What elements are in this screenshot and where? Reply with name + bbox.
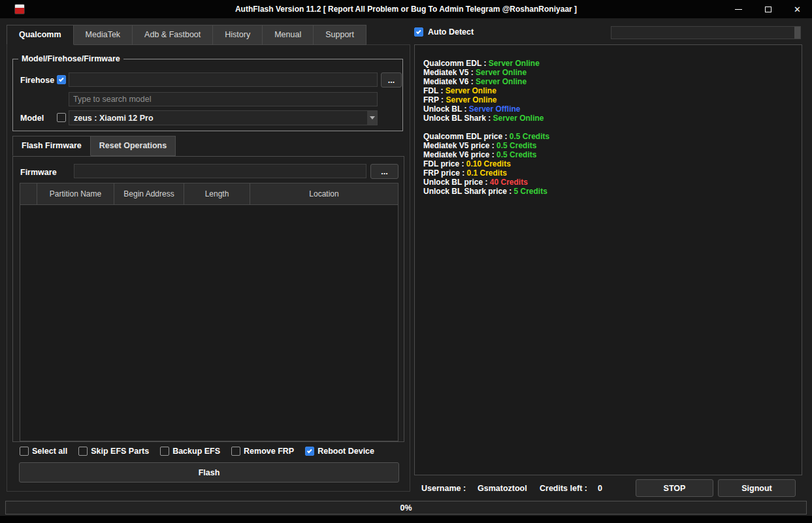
minimize-icon [735, 9, 742, 10]
column-header-length: Length [184, 183, 250, 204]
combo-arrow-area [367, 111, 377, 125]
log-line-unlock-bl: Unlock BL : Server Offline [423, 104, 793, 114]
log-line-unlock-bl-shark-price: Unlock BL Shark price : 5 Credits [423, 187, 793, 196]
auto-detect-checkbox[interactable] [414, 27, 423, 37]
bottom-strip [0, 516, 812, 523]
log-line-frp-price: FRP price : 0.1 Credits [423, 168, 793, 178]
partition-table-body [20, 205, 398, 441]
subtab-flash-firmware[interactable]: Flash Firmware [12, 136, 91, 156]
tab-menual[interactable]: Menual [263, 25, 314, 45]
option-checkbox[interactable] [78, 447, 88, 456]
log-label: FDL price : [423, 159, 466, 168]
log-value: 0.5 Credits [496, 141, 536, 150]
option-skip-efs-parts[interactable]: Skip EFS Parts [78, 447, 149, 456]
firehose-path-input[interactable] [69, 72, 378, 87]
log-value: Server Offline [469, 104, 521, 114]
qualcomm-panel: Model/Firehose/Firmware Firehose ... Mod… [7, 44, 410, 492]
log-label: FRP : [423, 95, 446, 104]
credits-value: 0 [598, 484, 602, 493]
log-value: Server Online [446, 86, 496, 95]
close-button[interactable]: ✕ [783, 0, 812, 18]
option-label: Reboot Device [317, 447, 374, 456]
option-backup-efs[interactable]: Backup EFS [160, 447, 220, 456]
subtab-reset-operations[interactable]: Reset Operations [91, 136, 176, 156]
log-spacer [423, 123, 793, 132]
log-value: 0.5 Credits [510, 132, 549, 141]
column-header-begin-address: Begin Address [114, 183, 184, 204]
log-label: Unlock BL Shark : [423, 114, 493, 123]
column-header-select [20, 183, 37, 204]
partition-table-header: Partition NameBegin AddressLengthLocatio… [20, 183, 398, 205]
firmware-label: Firmware [20, 168, 57, 177]
option-remove-frp[interactable]: Remove FRP [231, 447, 294, 456]
device-status-input[interactable] [611, 26, 801, 39]
log-value: 0.1 Credits [466, 168, 506, 178]
option-checkbox[interactable] [160, 447, 169, 456]
tab-adb-fastboot[interactable]: Adb & Fastboot [133, 25, 213, 45]
log-label: Mediatek V5 price : [423, 141, 496, 150]
signout-button[interactable]: Signout [718, 479, 796, 497]
log-value: Server Online [493, 114, 544, 123]
log-value: 0.5 Credits [496, 150, 536, 159]
log-label: Unlock BL : [423, 104, 469, 114]
stop-button[interactable]: STOP [636, 479, 713, 497]
model-search-input[interactable] [69, 92, 378, 106]
option-checkbox[interactable] [20, 447, 29, 456]
server-status-log: Qualcomm EDL : Server OnlineMediatek V5 … [414, 44, 802, 475]
flash-options: Select allSkip EFS PartsBackup EFSRemove… [20, 447, 374, 456]
option-select-all[interactable]: Select all [20, 447, 67, 456]
log-line-mediatek-v6: Mediatek V6 : Server Online [423, 77, 793, 86]
groupbox-title: Model/Firehose/Firmware [18, 54, 123, 63]
firmware-path-input[interactable] [74, 164, 366, 178]
username-value: Gsmatoztool [478, 484, 527, 493]
log-label: FDL : [423, 86, 446, 95]
progress-bar: 0% [5, 501, 807, 515]
log-line-frp: FRP : Server Online [423, 95, 793, 104]
tab-history[interactable]: History [213, 25, 263, 45]
window-controls: ✕ [724, 0, 812, 18]
option-label: Skip EFS Parts [91, 447, 149, 456]
maximize-icon [765, 7, 771, 12]
tab-mediatek[interactable]: MediaTek [74, 25, 133, 45]
firehose-browse-button[interactable]: ... [381, 72, 402, 87]
username-label: Username : [421, 484, 466, 493]
firehose-checkbox[interactable] [57, 75, 66, 84]
log-value: Server Online [446, 95, 496, 104]
tab-qualcomm[interactable]: Qualcomm [7, 25, 74, 45]
log-label: Mediatek V6 : [423, 77, 476, 86]
maximize-button[interactable] [753, 0, 783, 18]
log-line-mediatek-v6-price: Mediatek V6 price : 0.5 Credits [423, 150, 793, 159]
app-window: AuthFlash Version 11.2 [ Report All Prob… [0, 0, 812, 523]
check-icon [307, 448, 312, 453]
model-label: Model [20, 114, 44, 123]
model-select[interactable]: zeus : Xiaomi 12 Pro [69, 110, 378, 125]
option-label: Select all [32, 447, 67, 456]
log-label: Unlock BL Shark price : [423, 187, 514, 196]
option-checkbox[interactable] [231, 447, 240, 456]
log-value: 40 Credits [490, 178, 528, 187]
partition-table: Partition NameBegin AddressLengthLocatio… [20, 183, 398, 441]
option-label: Backup EFS [172, 447, 220, 456]
chevron-down-icon [370, 116, 375, 119]
minimize-button[interactable] [724, 0, 753, 18]
column-header-location: Location [250, 183, 398, 204]
log-value: 5 Credits [514, 187, 547, 196]
log-line-fdl-price: FDL price : 0.10 Credits [423, 159, 793, 168]
option-checkbox[interactable] [305, 447, 314, 456]
title-bar: AuthFlash Version 11.2 [ Report All Prob… [0, 0, 812, 18]
log-line-qualcomm-edl: Qualcomm EDL : Server Online [423, 59, 793, 68]
log-label: Unlock BL price : [423, 178, 490, 187]
log-line-qualcomm-edl-price: Qualcomm EDL price : 0.5 Credits [423, 132, 793, 141]
close-icon: ✕ [794, 5, 801, 14]
auto-detect-toggle[interactable]: Auto Detect [414, 27, 474, 37]
column-header-partition-name: Partition Name [37, 183, 114, 204]
auto-detect-label: Auto Detect [428, 27, 474, 37]
model-checkbox[interactable] [57, 113, 66, 122]
flash-button[interactable]: Flash [19, 462, 399, 483]
option-reboot-device[interactable]: Reboot Device [305, 447, 374, 456]
main-tab-bar: QualcommMediaTekAdb & FastbootHistoryMen… [7, 25, 366, 45]
log-label: Qualcomm EDL : [423, 59, 489, 68]
firmware-browse-button[interactable]: ... [370, 164, 398, 179]
input-end-cap [794, 27, 800, 39]
tab-support[interactable]: Support [314, 25, 366, 45]
